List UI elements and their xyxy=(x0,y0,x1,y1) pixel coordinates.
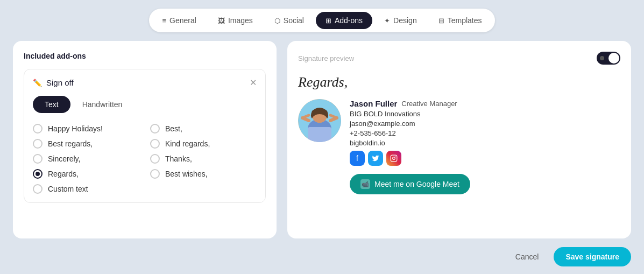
left-panel: Included add-ons ✏️ Sign off ✕ Text Hand… xyxy=(13,41,277,238)
option-label-regards: Regards, xyxy=(48,170,79,178)
avatar xyxy=(298,99,341,142)
right-panel: Signature preview Regards, xyxy=(287,41,631,238)
nav-item-templates[interactable]: ⊟ Templates xyxy=(429,12,492,29)
nav-bar: ≡ General 🖼 Images ⬡ Social ⊞ Add-ons ✦ … xyxy=(149,9,494,32)
pen-icon: ✏️ xyxy=(33,79,42,87)
nav-item-addons[interactable]: ⊞ Add-ons xyxy=(316,12,372,29)
nav-label-templates: Templates xyxy=(448,16,482,25)
nav-item-social[interactable]: ⬡ Social xyxy=(265,12,314,29)
svg-point-11 xyxy=(395,156,396,157)
close-button[interactable]: ✕ xyxy=(250,79,257,87)
nav-item-general[interactable]: ≡ General xyxy=(152,12,206,29)
nav-label-addons: Add-ons xyxy=(335,16,363,25)
main-content: Included add-ons ✏️ Sign off ✕ Text Hand… xyxy=(0,32,644,247)
sig-name-row: Jason Fuller Creative Manager xyxy=(350,99,470,108)
sig-title: Creative Manager xyxy=(401,100,457,108)
meet-button-label: Meet me on Google Meet xyxy=(374,180,459,188)
addons-icon: ⊞ xyxy=(325,17,331,25)
signoff-header: ✏️ Sign off ✕ xyxy=(33,78,257,87)
option-best[interactable]: Best, xyxy=(150,124,257,134)
radio-options-grid: Happy Holidays! Best, Best regards, Kind… xyxy=(33,124,257,194)
radio-happy-holidays[interactable] xyxy=(33,124,43,134)
option-label-sincerely: Sincerely, xyxy=(48,154,80,163)
signoff-title: Sign off xyxy=(46,78,74,87)
signature-body: Jason Fuller Creative Manager BIG BOLD I… xyxy=(298,99,620,194)
option-kind-regards[interactable]: Kind regards, xyxy=(150,139,257,149)
sig-company: BIG BOLD Innovations xyxy=(350,110,470,118)
radio-kind-regards[interactable] xyxy=(150,139,160,149)
radio-sincerely[interactable] xyxy=(33,154,43,164)
toggle-dot xyxy=(600,56,604,60)
preview-label: Signature preview xyxy=(298,54,354,62)
option-label-kind-regards: Kind regards, xyxy=(165,139,210,148)
signoff-card: ✏️ Sign off ✕ Text Handwritten Happy Hol… xyxy=(24,69,266,203)
regards-text: Regards, xyxy=(298,74,620,90)
dark-mode-toggle[interactable] xyxy=(597,52,620,65)
sig-website: bigboldin.io xyxy=(350,139,470,147)
sig-phone: +2-535-656-12 xyxy=(350,129,470,137)
toggle-group: Text Handwritten xyxy=(33,96,257,113)
cancel-button[interactable]: Cancel xyxy=(507,247,548,266)
top-navigation: ≡ General 🖼 Images ⬡ Social ⊞ Add-ons ✦ … xyxy=(149,0,494,32)
design-icon: ✦ xyxy=(384,17,390,25)
option-thanks[interactable]: Thanks, xyxy=(150,154,257,164)
toggle-knob xyxy=(608,53,619,64)
meet-icon: 📹 xyxy=(360,179,370,189)
bottom-actions: Cancel Save signature xyxy=(0,247,644,274)
meet-button[interactable]: 📹 Meet me on Google Meet xyxy=(350,174,470,194)
preview-header: Signature preview xyxy=(298,52,620,65)
option-happy-holidays[interactable]: Happy Holidays! xyxy=(33,124,139,134)
images-icon: 🖼 xyxy=(218,17,225,25)
radio-thanks[interactable] xyxy=(150,154,160,164)
option-label-thanks: Thanks, xyxy=(165,154,192,163)
radio-best-wishes[interactable] xyxy=(150,169,160,179)
svg-point-10 xyxy=(393,157,395,160)
option-label-best-regards: Best regards, xyxy=(48,139,93,148)
nav-item-images[interactable]: 🖼 Images xyxy=(208,12,263,29)
avatar-image xyxy=(298,99,341,142)
sig-name: Jason Fuller xyxy=(350,99,397,108)
handwritten-toggle-button[interactable]: Handwritten xyxy=(70,96,135,113)
nav-label-social: Social xyxy=(284,16,304,25)
nav-label-images: Images xyxy=(228,16,253,25)
instagram-icon[interactable] xyxy=(386,151,401,166)
twitter-icon[interactable] xyxy=(368,151,383,166)
social-icon: ⬡ xyxy=(274,17,280,25)
nav-label-design: Design xyxy=(393,16,417,25)
sig-email: jason@example.com xyxy=(350,120,470,128)
save-signature-button[interactable]: Save signature xyxy=(554,247,631,266)
option-label-best: Best, xyxy=(165,124,182,133)
radio-regards[interactable] xyxy=(33,169,43,179)
svg-rect-3 xyxy=(308,127,331,142)
general-icon: ≡ xyxy=(162,17,166,25)
nav-label-general: General xyxy=(169,16,196,25)
radio-best[interactable] xyxy=(150,124,160,134)
option-best-regards[interactable]: Best regards, xyxy=(33,139,139,149)
radio-custom-text[interactable] xyxy=(33,184,43,194)
option-label-custom-text: Custom text xyxy=(48,185,88,193)
nav-item-design[interactable]: ✦ Design xyxy=(374,12,427,29)
signature-info: Jason Fuller Creative Manager BIG BOLD I… xyxy=(350,99,470,194)
option-label-best-wishes: Best wishes, xyxy=(165,170,208,178)
text-toggle-button[interactable]: Text xyxy=(33,96,70,113)
templates-icon: ⊟ xyxy=(438,17,444,25)
option-best-wishes[interactable]: Best wishes, xyxy=(150,169,257,179)
social-icons: f xyxy=(350,151,470,166)
option-regards[interactable]: Regards, xyxy=(33,169,139,179)
signoff-header-left: ✏️ Sign off xyxy=(33,78,74,87)
signature-area: Regards, xyxy=(298,69,620,200)
panel-title: Included add-ons xyxy=(24,52,266,60)
facebook-icon[interactable]: f xyxy=(350,151,365,166)
option-sincerely[interactable]: Sincerely, xyxy=(33,154,139,164)
option-custom-text[interactable]: Custom text xyxy=(33,184,139,194)
radio-best-regards[interactable] xyxy=(33,139,43,149)
option-label-happy-holidays: Happy Holidays! xyxy=(48,124,103,133)
svg-rect-9 xyxy=(391,155,397,161)
